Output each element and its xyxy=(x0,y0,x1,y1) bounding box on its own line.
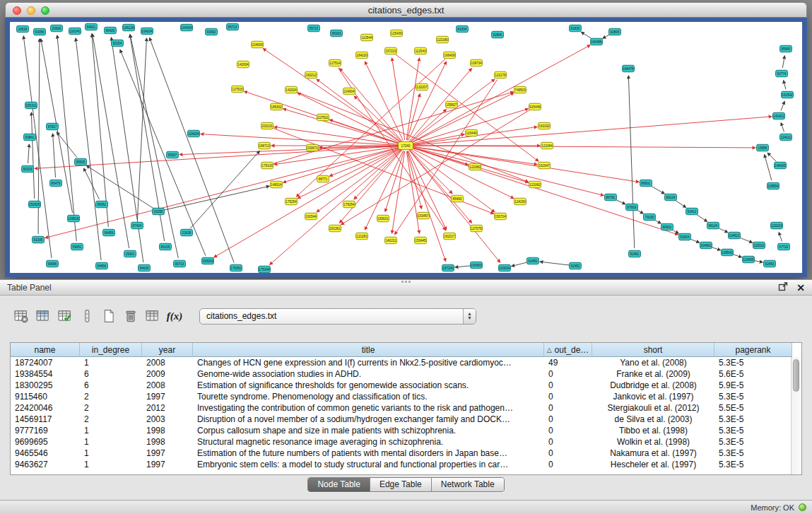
network-node[interactable]: 161542 xyxy=(782,91,794,98)
vertical-scrollbar[interactable] xyxy=(791,357,801,474)
network-node[interactable]: 109554 xyxy=(767,182,779,189)
network-node[interactable]: 179133 xyxy=(261,162,273,169)
table-selector-combo[interactable]: citations_edges.txt▲▼ xyxy=(199,308,476,325)
network-node[interactable]: 183021 xyxy=(377,215,389,222)
network-node[interactable]: 92450 xyxy=(527,257,539,264)
network-node[interactable]: 86931 xyxy=(640,180,652,187)
network-node[interactable]: 93992 xyxy=(206,28,218,35)
network-node[interactable]: 153453 xyxy=(471,262,483,269)
table-row[interactable]: 1456911722003Disruption of a novel membe… xyxy=(11,414,801,425)
table-row[interactable]: 977716911998Corpus callosum shape and si… xyxy=(11,425,801,436)
new-file-icon[interactable] xyxy=(100,308,117,325)
network-node[interactable]: 59051 xyxy=(71,243,83,250)
table-row[interactable]: 1938455462009Genome-wide association stu… xyxy=(11,368,801,380)
network-node[interactable]: 122180 xyxy=(437,36,449,43)
network-node[interactable]: 121060 xyxy=(469,163,481,170)
network-node[interactable]: 121281 xyxy=(356,233,368,240)
network-node[interactable]: 90203 xyxy=(22,165,34,173)
close-panel-icon[interactable]: ✕ xyxy=(796,283,805,293)
network-node[interactable]: 104204 xyxy=(141,28,153,35)
close-window-button[interactable] xyxy=(13,6,21,15)
network-node[interactable]: 176361 xyxy=(230,264,242,271)
network-node[interactable]: 85493 xyxy=(452,195,464,202)
network-node[interactable]: 86791 xyxy=(605,194,617,201)
table-row[interactable]: 946554611997Estimation of the future num… xyxy=(11,448,801,459)
network-node[interactable]: 93412 xyxy=(686,208,698,215)
network-node[interactable]: 155827 xyxy=(446,101,458,108)
network-node[interactable]: 915449 xyxy=(529,103,541,110)
network-node[interactable]: 97817 xyxy=(47,123,59,130)
network-node[interactable]: 95307 xyxy=(167,151,179,158)
show-columns-icon[interactable] xyxy=(35,308,52,325)
network-node[interactable]: 94636 xyxy=(139,264,151,271)
network-node[interactable]: 203131 xyxy=(261,122,273,129)
network-node[interactable]: 79193 xyxy=(644,214,656,221)
minimize-window-button[interactable] xyxy=(27,6,35,15)
network-node[interactable]: 176254 xyxy=(343,201,355,208)
network-node[interactable]: 140211 xyxy=(385,237,397,244)
network-node[interactable]: 104304 xyxy=(181,24,193,31)
network-node[interactable]: 191544 xyxy=(305,213,317,220)
network-node[interactable]: 92451 xyxy=(629,250,641,257)
network-node[interactable]: 98771 xyxy=(317,175,329,182)
network-node[interactable]: 91824 xyxy=(679,233,691,240)
network-node[interactable]: 109734 xyxy=(471,59,483,66)
network-node[interactable]: 201361 xyxy=(329,225,341,232)
network-node[interactable]: 20618 xyxy=(17,25,29,33)
network-canvas[interactable]: 1724012106416319291544974850312217910973… xyxy=(10,22,802,273)
network-node[interactable]: 95051 xyxy=(96,201,108,208)
network-node[interactable]: 55723 xyxy=(308,25,320,32)
row-tool-icon[interactable] xyxy=(78,308,95,325)
network-node[interactable]: 92805 xyxy=(609,28,621,35)
column-header-out_de[interactable]: △out_de… xyxy=(544,343,592,357)
column-header-short[interactable]: short xyxy=(592,343,714,357)
network-node[interactable]: 81830 xyxy=(570,25,582,32)
column-header-title[interactable]: title xyxy=(193,343,544,357)
network-node[interactable]: 141421 xyxy=(773,112,785,119)
delete-trash-icon[interactable] xyxy=(122,308,139,325)
column-header-name[interactable]: name xyxy=(11,343,80,357)
network-node[interactable]: 224004 xyxy=(343,88,355,95)
network-node[interactable]: 20936 xyxy=(51,25,63,32)
network-node[interactable]: 132207 xyxy=(416,83,428,90)
network-node[interactable]: 186713 xyxy=(259,142,271,149)
network-node[interactable]: 161647 xyxy=(539,162,551,169)
network-node[interactable]: 86479 xyxy=(50,180,62,187)
network-node[interactable]: 748503 xyxy=(514,86,526,93)
network-node[interactable]: 21618 xyxy=(181,229,193,236)
network-node[interactable]: 120103 xyxy=(771,222,783,229)
network-node[interactable]: 112543 xyxy=(415,47,427,54)
network-node[interactable]: 89124 xyxy=(665,194,677,201)
network-node[interactable]: 91154 xyxy=(112,40,124,47)
create-column-icon[interactable] xyxy=(13,308,30,325)
network-node[interactable]: 112544 xyxy=(361,34,373,41)
network-node[interactable]: 109543 xyxy=(722,249,734,256)
network-node[interactable]: 185302 xyxy=(271,103,283,110)
network-node[interactable]: 25001 xyxy=(124,250,136,257)
network-node[interactable]: 146420 xyxy=(775,162,787,169)
network-node[interactable]: 115321 xyxy=(753,242,765,249)
network-node[interactable]: 163192 xyxy=(539,122,551,129)
network-node[interactable]: 252605 xyxy=(29,201,41,208)
network-node[interactable]: 230671 xyxy=(307,144,319,151)
network-node[interactable]: 183003 xyxy=(202,257,214,264)
network-node[interactable]: 96124 xyxy=(707,222,719,229)
table-row[interactable]: 2242004622012Investigating the contribut… xyxy=(11,402,801,414)
combo-stepper-icon[interactable]: ▲▼ xyxy=(463,309,476,324)
network-node[interactable]: 124111 xyxy=(780,134,792,141)
network-node[interactable]: 175344 xyxy=(259,266,271,273)
network-node[interactable]: 104661 xyxy=(700,242,712,249)
network-node[interactable]: 121062 xyxy=(529,181,541,188)
network-node[interactable]: 81834 xyxy=(457,25,469,33)
table-row[interactable]: 969969511998Structural magnetic resonanc… xyxy=(11,436,801,448)
network-node[interactable]: 127079 xyxy=(471,225,483,232)
network-node[interactable]: 123455 xyxy=(743,256,755,263)
network-node[interactable]: 104521 xyxy=(729,232,741,239)
network-node[interactable]: 17240 xyxy=(399,142,413,150)
network-node[interactable]: 166409 xyxy=(444,52,456,59)
edit-table-icon[interactable] xyxy=(57,308,73,325)
network-node[interactable]: 187240 xyxy=(442,264,454,271)
network-node[interactable]: 93841 xyxy=(24,134,36,141)
function-icon[interactable]: f(x) xyxy=(166,308,183,325)
network-node[interactable]: 85723 xyxy=(227,23,239,30)
